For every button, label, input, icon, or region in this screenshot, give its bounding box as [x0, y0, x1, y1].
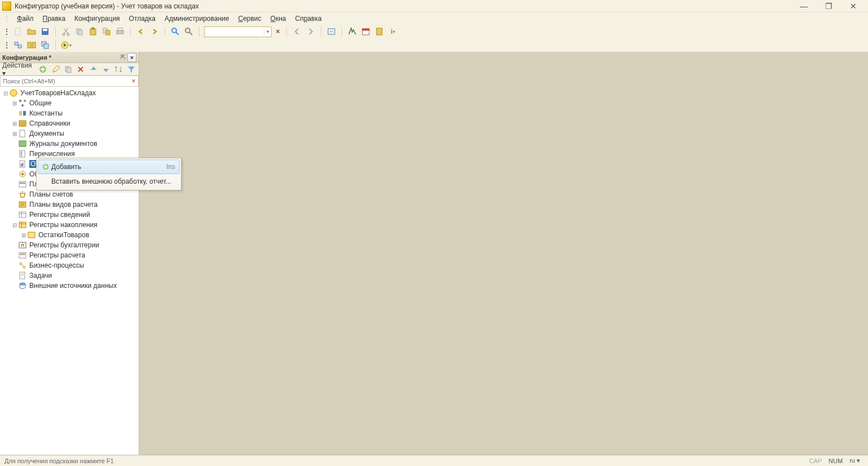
config-tree[interactable]: ⊟УчетТоваровНаСкладах ⊞Общие Константы ⊞…	[0, 87, 139, 455]
tree-external-sources[interactable]: Внешние источники данных	[0, 281, 139, 291]
menu-debug[interactable]: Отладка	[127, 14, 158, 24]
menu-edit[interactable]: Правка	[41, 14, 68, 24]
menu-config[interactable]: Конфигурация	[72, 14, 122, 24]
copy-item-icon[interactable]	[63, 64, 73, 75]
tree-info-registers[interactable]: Регистры сведений	[0, 210, 139, 220]
status-cap: CAP	[805, 458, 825, 464]
app-icon	[2, 2, 11, 11]
catalog-icon	[18, 119, 27, 128]
help-icon[interactable]: i▾	[387, 26, 398, 37]
tree-accum-child[interactable]: ⊞ОстаткиТоваров	[0, 230, 139, 240]
tree-root[interactable]: ⊟УчетТоваровНаСкладах	[0, 88, 139, 98]
window-title: Конфигуратор (учебная версия) - Учет тов…	[15, 2, 796, 10]
config-search-clear-icon[interactable]: ×	[129, 77, 138, 85]
context-insert-label: Вставить внешнюю обработку, отчет...	[51, 177, 175, 185]
svg-point-39	[21, 152, 22, 153]
tree-doc-journals[interactable]: Журналы документов	[0, 139, 139, 149]
toolbar-search-dropdown-icon[interactable]: ▾	[264, 29, 271, 34]
new-file-icon[interactable]	[12, 26, 24, 37]
find-icon[interactable]	[170, 26, 181, 37]
svg-rect-24	[44, 44, 48, 48]
maximize-button[interactable]: ❐	[821, 2, 836, 11]
print-icon[interactable]	[114, 26, 126, 37]
config-search-input[interactable]	[1, 78, 129, 85]
book-icon[interactable]	[374, 26, 385, 37]
svg-rect-10	[106, 30, 110, 35]
nav-forward-icon[interactable]	[305, 26, 316, 37]
tree-chart-accounts[interactable]: Планы счетов	[0, 189, 139, 199]
tree-accounting-registers[interactable]: Регистры бухгалтерии	[0, 240, 139, 250]
menu-windows[interactable]: Окна	[268, 14, 289, 24]
svg-rect-21	[28, 42, 31, 48]
svg-point-30	[19, 100, 21, 102]
svg-rect-48	[20, 183, 22, 184]
run-icon[interactable]: ▾	[60, 39, 72, 51]
tree-accum-registers[interactable]: ⊟Регистры накопления	[0, 220, 139, 230]
svg-rect-11	[117, 30, 123, 34]
menu-file[interactable]: Файл	[15, 14, 36, 24]
menu-service[interactable]: Сервис	[236, 14, 263, 24]
find-next-icon[interactable]	[183, 26, 194, 37]
nav-back-icon[interactable]	[291, 26, 303, 37]
paste-special-icon[interactable]	[101, 26, 112, 37]
undo-icon[interactable]	[135, 26, 147, 37]
menu-help[interactable]: Справка	[293, 14, 324, 24]
svg-rect-49	[23, 183, 25, 184]
context-insert-external[interactable]: Вставить внешнюю обработку, отчет...	[38, 174, 180, 189]
calendar-icon[interactable]	[360, 26, 371, 37]
windows-list-icon[interactable]	[12, 39, 24, 51]
filter-icon[interactable]	[126, 64, 136, 75]
delete-icon[interactable]	[76, 64, 86, 75]
accum-register-icon	[18, 220, 27, 229]
svg-point-57	[20, 263, 22, 265]
open-file-icon[interactable]	[26, 26, 37, 37]
tree-label: Константы	[29, 109, 63, 117]
copy-icon[interactable]	[74, 26, 85, 37]
context-menu: Добавить Ins Вставить внешнюю обработку,…	[36, 158, 181, 190]
close-button[interactable]: ✕	[845, 2, 861, 11]
nodes-icon	[18, 99, 27, 108]
panel-close-button[interactable]: ×	[127, 53, 136, 62]
tree-label: Задачи	[29, 272, 52, 279]
save-icon[interactable]	[39, 26, 51, 37]
report-icon	[18, 159, 27, 168]
cascade-icon[interactable]	[39, 39, 51, 51]
move-up-icon[interactable]	[88, 64, 98, 75]
context-add[interactable]: Добавить Ins	[38, 159, 180, 174]
syntax-check-icon[interactable]	[347, 26, 358, 37]
svg-rect-7	[90, 29, 96, 35]
status-lang[interactable]: ru ▾	[846, 457, 863, 464]
add-icon[interactable]	[38, 64, 48, 75]
tree-business-processes[interactable]: Бизнес-процессы	[0, 260, 139, 270]
process-icon	[18, 261, 27, 270]
sort-icon[interactable]	[113, 64, 123, 75]
tree-catalogs[interactable]: ⊞Справочники	[0, 118, 139, 128]
cut-icon[interactable]	[60, 26, 72, 37]
move-down-icon[interactable]	[101, 64, 111, 75]
toolbar-search-input[interactable]	[205, 28, 264, 35]
tree-common[interactable]: ⊞Общие	[0, 98, 139, 108]
tree-documents[interactable]: ⊞Документы	[0, 128, 139, 139]
tree-chart-calc-types[interactable]: Планы видов расчета	[0, 199, 139, 210]
tree-constants[interactable]: Константы	[0, 108, 139, 118]
paste-icon[interactable]	[87, 26, 99, 37]
goto-icon[interactable]	[326, 26, 337, 37]
menu-admin[interactable]: Администрирование	[162, 14, 231, 24]
panel-pin-icon[interactable]: ⇱	[118, 54, 127, 61]
toolbar-search-clear-icon[interactable]: ×	[274, 26, 282, 37]
edit-icon[interactable]	[50, 64, 60, 75]
tree-tasks[interactable]: Задачи	[0, 270, 139, 281]
toolbar-search[interactable]: ▾	[204, 26, 272, 37]
document-icon	[18, 129, 27, 138]
tree-calc-registers[interactable]: Регистры расчета	[0, 250, 139, 260]
svg-rect-22	[32, 42, 36, 48]
actions-menu[interactable]: Действия ▾	[2, 61, 36, 77]
accounts-icon	[18, 190, 27, 199]
minimize-button[interactable]: —	[796, 2, 812, 11]
redo-icon[interactable]	[149, 26, 160, 37]
tile-icon[interactable]	[26, 39, 37, 51]
svg-rect-56	[20, 254, 25, 255]
config-search[interactable]: ×	[0, 76, 139, 87]
constants-icon	[18, 109, 27, 118]
tree-label: Журналы документов	[29, 140, 98, 148]
